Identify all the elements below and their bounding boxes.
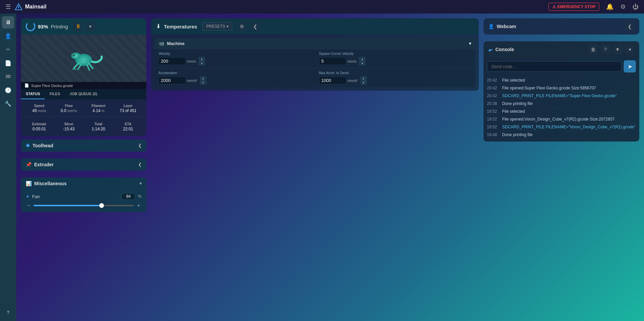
presets-button[interactable]: PRESETS ▾ <box>202 22 232 30</box>
mainsail-logo-icon <box>15 3 22 10</box>
sidebar-item-profile[interactable]: 👤 <box>2 30 14 42</box>
bell-icon[interactable]: 🔔 <box>606 3 614 10</box>
velocity-up-button[interactable]: ▲ <box>199 57 205 61</box>
presets-chevron-icon: ▾ <box>227 24 229 29</box>
sidebar-item-files[interactable]: 📄 <box>2 57 14 69</box>
settings-icon[interactable]: ⚙ <box>620 3 626 10</box>
temp-collapse-icon: ❮ <box>253 24 257 29</box>
filename-bar: 📄 Super Flexi Gecko.gcode <box>21 82 146 89</box>
max-accel-decel-input[interactable] <box>319 77 346 84</box>
stat-flow: Flow 0.0 mm³/s <box>54 103 84 114</box>
console-help-icon: ? <box>604 47 607 52</box>
extruder-panel: 📌 Extruder ❮ <box>21 158 146 171</box>
left-column: 93% Printing ⏸ ▾ <box>21 18 146 316</box>
square-corner-down-button[interactable]: ▼ <box>359 61 365 65</box>
fan-icon: ✦ <box>26 194 29 199</box>
sidebar-item-3d[interactable]: 3D <box>2 70 14 83</box>
misc-label: Miscellaneous <box>34 181 67 186</box>
log-entry: 19:52 SDCARD_PRINT_FILE FILENAME="Voron_… <box>487 123 636 131</box>
log-entry: 20:42 File selected <box>487 77 636 84</box>
log-entry: 19:52 File opened:Voron_Design_Cube_v7(R… <box>487 115 636 123</box>
square-corner-input[interactable] <box>319 57 346 65</box>
field-velocity: Velocity mm/s ▲ ▼ <box>154 49 315 68</box>
tab-status[interactable]: STATUS <box>21 89 45 99</box>
stat-speed: Speed 49 mm/s <box>24 103 54 114</box>
velocity-down-button[interactable]: ▼ <box>199 61 205 65</box>
console-filter-button[interactable]: ▼ <box>613 45 622 54</box>
acceleration-input[interactable] <box>158 77 186 84</box>
webcam-panel: 👤 Webcam ❮ <box>484 18 639 35</box>
right-column: 👤 Webcam ❮ ⬐ Console 🗑 <box>484 18 639 316</box>
extruder-chevron: ❮ <box>138 162 142 167</box>
emergency-stop-button[interactable]: ⚠ EMERGENCY STOP <box>549 3 599 11</box>
center-column: 🌡 Temperatures PRESETS ▾ ⚙ ❮ <box>151 18 479 316</box>
svg-point-9 <box>73 55 74 55</box>
console-icon: ⬐ <box>488 46 493 53</box>
console-help-button[interactable]: ? <box>601 45 610 54</box>
console-collapse-button[interactable]: ▾ <box>625 45 635 54</box>
fan-slider[interactable] <box>34 205 133 206</box>
app-logo: Mainsail <box>15 3 46 10</box>
print-label: Printing <box>51 24 68 29</box>
console-collapse-icon: ▾ <box>629 47 631 52</box>
miscellaneous-panel: 📊 Miscellaneous ▾ ✦ Fan 84 % − <box>21 177 146 212</box>
extruder-header[interactable]: 📌 Extruder ❮ <box>21 158 146 171</box>
print-tabs: STATUS FILES JOB QUEUE (0) <box>21 89 146 99</box>
sidebar-item-history[interactable]: 🕐 <box>2 84 14 96</box>
misc-content: ✦ Fan 84 % − + <box>21 190 146 212</box>
console-log: 20:42 File selected 20:42 File opened:Su… <box>484 75 639 142</box>
pause-button[interactable]: ⏸ <box>73 22 83 31</box>
acceleration-down-button[interactable]: ▼ <box>200 81 206 85</box>
presets-label: PRESETS <box>206 24 225 29</box>
sidebar-item-tune[interactable]: ✂ <box>2 43 14 56</box>
slider-container: − + <box>26 202 142 209</box>
sidebar-item-dashboard[interactable]: 🖥 <box>2 16 14 28</box>
temp-settings-button[interactable]: ⚙ <box>237 22 246 31</box>
max-accel-decel-down-button[interactable]: ▼ <box>361 81 367 85</box>
miscellaneous-header[interactable]: 📊 Miscellaneous ▾ <box>21 177 146 190</box>
print-status-panel: 93% Printing ⏸ ▾ <box>21 18 146 136</box>
fan-increase-button[interactable]: + <box>136 202 142 209</box>
thumbnail-area <box>21 35 146 82</box>
velocity-input[interactable] <box>158 57 186 65</box>
acceleration-arrows: ▲ ▼ <box>200 76 206 85</box>
filename: Super Flexi Gecko.gcode <box>31 84 73 88</box>
collapse-print-button[interactable]: ▾ <box>86 22 95 31</box>
hamburger-icon[interactable]: ☰ <box>5 3 11 10</box>
console-panel: ⬐ Console 🗑 ? ▼ ▾ <box>484 41 639 142</box>
misc-icon: 📊 <box>26 181 31 186</box>
toolhead-header[interactable]: ✥ Toolhead ❮ <box>21 140 146 152</box>
fan-slider-thumb[interactable] <box>99 203 104 208</box>
fan-value[interactable]: 84 <box>122 193 135 200</box>
delete-icon: 🗑 <box>591 47 596 52</box>
tab-jobqueue[interactable]: JOB QUEUE (0) <box>65 89 102 99</box>
svg-point-8 <box>73 54 75 56</box>
send-code-button[interactable]: ➤ <box>624 60 636 72</box>
velocity-arrows: ▲ ▼ <box>199 57 205 65</box>
square-corner-up-button[interactable]: ▲ <box>359 57 365 61</box>
field-max-accel-decel: Max Accel. to Decel. mm/s² ▲ ▼ <box>315 68 475 87</box>
webcam-icon: 👤 <box>488 24 494 29</box>
temperatures-panel: 🌡 Temperatures PRESETS ▾ ⚙ ❮ <box>151 18 479 91</box>
3d-icon: 3D <box>5 74 10 79</box>
console-delete-button[interactable]: 🗑 <box>588 45 598 54</box>
tab-files[interactable]: FILES <box>45 89 65 99</box>
fan-control: ✦ Fan 84 % <box>26 193 142 200</box>
acceleration-up-button[interactable]: ▲ <box>200 76 206 80</box>
stats-grid: Speed 49 mm/s Flow 0.0 mm³/s Filament 4.… <box>21 99 146 116</box>
machine-title: Machine <box>167 41 185 46</box>
print-status-header: 93% Printing ⏸ ▾ <box>21 18 146 35</box>
emergency-icon: ⚠ <box>552 4 556 9</box>
send-code-input[interactable] <box>487 61 622 72</box>
fan-decrease-button[interactable]: − <box>26 202 31 209</box>
temp-collapse-button[interactable]: ❮ <box>251 22 260 31</box>
machine-icon: 📹 <box>158 41 164 46</box>
main-content: 93% Printing ⏸ ▾ <box>16 14 644 321</box>
webcam-collapse-button[interactable]: ❮ <box>625 22 635 31</box>
sidebar-item-settings[interactable]: 🔧 <box>2 98 14 110</box>
power-icon[interactable]: ⏻ <box>632 3 639 10</box>
webcam-title: Webcam <box>497 24 516 29</box>
max-accel-decel-up-button[interactable]: ▲ <box>361 76 367 80</box>
filter-icon: ▼ <box>615 47 620 52</box>
sidebar-item-help[interactable]: ? <box>2 306 14 318</box>
